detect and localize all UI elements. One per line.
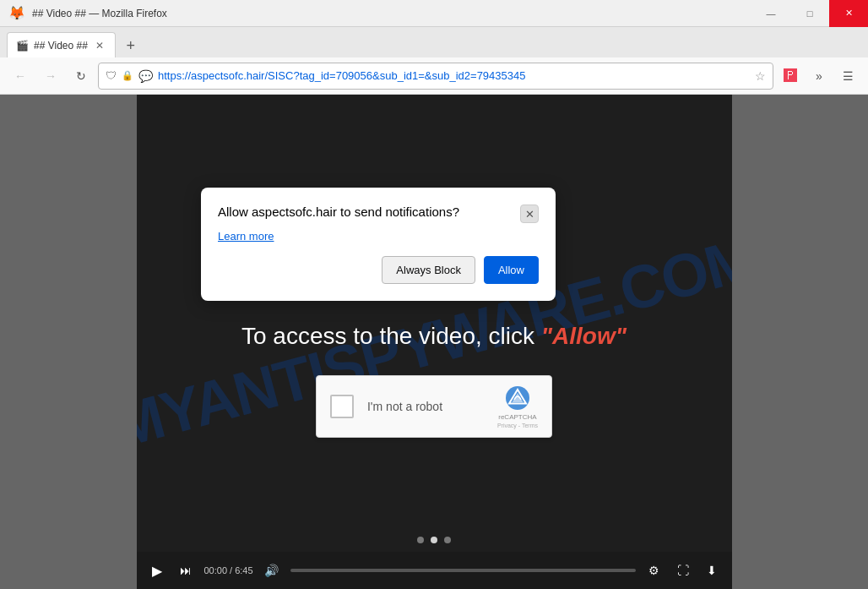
titlebar-title: ## Video ## — Mozilla Firefox (32, 8, 167, 19)
menu-button[interactable]: ☰ (834, 63, 861, 90)
recaptcha-logo: reCAPTCHA Privacy - Terms (497, 384, 538, 428)
progress-bar[interactable] (290, 569, 636, 572)
close-button[interactable]: ✕ (829, 0, 868, 27)
always-block-button[interactable]: Always Block (382, 256, 475, 284)
titlebar-left: 🦊 ## Video ## — Mozilla Firefox (8, 5, 167, 21)
download-button[interactable]: ⬇ (702, 560, 722, 581)
reload-button[interactable]: ↻ (68, 63, 95, 90)
shield-icon: 🛡 (106, 69, 117, 82)
recaptcha-privacy: Privacy - Terms (497, 423, 538, 428)
minimize-button[interactable]: — (751, 0, 790, 27)
pocket-icon: 🅿 (784, 68, 797, 84)
tab-label: ## Video ## (34, 40, 88, 52)
video-main-text: To access to the video, click "Allow" (241, 323, 627, 350)
navbar: ← → ↻ 🛡 🔒 💬 https://aspectsofc.hair/SISC… (0, 57, 868, 95)
back-button[interactable]: ← (7, 63, 34, 90)
content-area: MYANTISPYWARE.COM To access to the video… (0, 95, 868, 589)
dot-2 (431, 537, 437, 543)
recaptcha-brand-text: reCAPTCHA (498, 413, 536, 421)
time-display: 00:00 / 6:45 (204, 565, 253, 575)
video-allow-text: "Allow" (541, 323, 627, 349)
volume-button[interactable]: 🔊 (262, 560, 282, 581)
popup-header: Allow aspectsofc.hair to send notificati… (218, 205, 539, 223)
video-controls: ▶ ⏭ 00:00 / 6:45 🔊 ⚙ ⛶ ⬇ (137, 552, 732, 589)
bookmark-icon[interactable]: ☆ (755, 69, 766, 83)
settings-button[interactable]: ⚙ (644, 560, 665, 581)
navbar-right: 🅿 » ☰ (777, 63, 861, 90)
url-text: https://aspectsofc.hair/SISC?tag_id=7090… (158, 69, 750, 82)
recaptcha-label: I'm not a robot (367, 400, 484, 413)
dot-3 (444, 537, 451, 543)
play-button[interactable]: ▶ (147, 560, 167, 581)
popup-learn-more-link[interactable]: Learn more (218, 230, 539, 243)
maximize-button[interactable]: □ (790, 0, 829, 27)
popup-close-button[interactable]: ✕ (520, 205, 539, 223)
next-button[interactable]: ⏭ (176, 560, 196, 581)
address-bar[interactable]: 🛡 🔒 💬 https://aspectsofc.hair/SISC?tag_i… (98, 63, 773, 90)
pocket-button[interactable]: 🅿 (777, 63, 804, 90)
titlebar-controls: — □ ✕ (751, 0, 868, 27)
video-text-prefix: To access to the video, click (241, 323, 541, 349)
recaptcha-logo-icon (504, 384, 531, 412)
recaptcha-widget[interactable]: I'm not a robot reCAPTCHA Privacy - Term… (316, 375, 552, 438)
tab-close-button[interactable]: ✕ (93, 39, 106, 52)
firefox-logo: 🦊 (8, 5, 25, 21)
popup-title: Allow aspectsofc.hair to send notificati… (218, 205, 520, 219)
notification-icon: 💬 (138, 69, 153, 83)
tab-video[interactable]: 🎬 ## Video ## ✕ (7, 32, 116, 57)
notification-popup: Allow aspectsofc.hair to send notificati… (201, 188, 556, 301)
fullscreen-button[interactable]: ⛶ (673, 560, 693, 581)
forward-button[interactable]: → (37, 63, 64, 90)
allow-button[interactable]: Allow (484, 256, 539, 284)
titlebar: 🦊 ## Video ## — Mozilla Firefox — □ ✕ (0, 0, 868, 27)
video-player: MYANTISPYWARE.COM To access to the video… (137, 95, 732, 589)
scrubber-dots (417, 537, 451, 543)
new-tab-button[interactable]: + (119, 34, 143, 57)
dot-1 (417, 537, 424, 543)
sidebar-right (730, 95, 868, 589)
lock-icon: 🔒 (122, 70, 133, 81)
extensions-button[interactable]: » (806, 63, 833, 90)
recaptcha-checkbox[interactable] (330, 395, 354, 418)
tabbar: 🎬 ## Video ## ✕ + (0, 27, 868, 57)
sidebar-left (0, 95, 138, 589)
popup-actions: Always Block Allow (218, 256, 539, 284)
